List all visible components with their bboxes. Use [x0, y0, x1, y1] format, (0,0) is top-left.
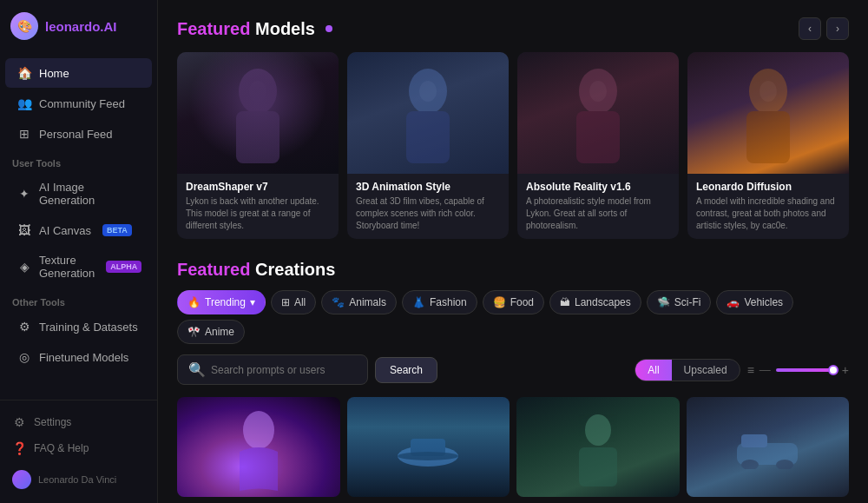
svg-point-0 — [239, 69, 277, 114]
settings-label: Settings — [34, 416, 71, 428]
creation-card-1[interactable] — [177, 397, 340, 497]
sidebar-item-ai-canvas[interactable]: 🖼 AI Canvas BETA — [5, 215, 152, 245]
sidebar-item-faq[interactable]: ❓ FAQ & Help — [12, 435, 145, 461]
model-info-absolutereality: Absolute Reality v1.6 A photorealistic s… — [517, 174, 679, 239]
ai-canvas-icon: 🖼 — [17, 223, 31, 237]
model-img-absolutereality — [517, 52, 679, 174]
divider: — — [760, 363, 771, 376]
svg-rect-10 — [746, 111, 790, 163]
filter-food[interactable]: 🍔 Food — [483, 290, 544, 314]
filter-anime[interactable]: 🎌 Anime — [177, 320, 245, 344]
all-icon: ⊞ — [281, 296, 290, 308]
slider-thumb — [828, 365, 838, 375]
model-name-3danimation: 3D Animation Style — [356, 181, 500, 193]
main-content: Featured Models ‹ › DreamShaper v7 Lykon… — [158, 0, 868, 503]
filter-trending[interactable]: 🔥 Trending ▾ — [177, 290, 266, 314]
ai-image-gen-label: AI Image Generation — [39, 181, 140, 207]
toggle-all[interactable]: All — [635, 360, 671, 381]
faq-label: FAQ & Help — [34, 442, 89, 454]
model-name-dreamshaper: DreamShaper v7 — [186, 181, 330, 193]
sidebar-item-settings[interactable]: ⚙ Settings — [12, 409, 145, 435]
model-img-dreamshaper — [177, 52, 339, 174]
creation-card-2[interactable] — [347, 397, 510, 497]
trending-chevron: ▾ — [250, 296, 255, 308]
filter-fashion[interactable]: 👗 Fashion — [402, 290, 477, 314]
sidebar-bottom: ⚙ Settings ❓ FAQ & Help Leonardo Da Vinc… — [0, 400, 157, 503]
sidebar-item-personal-feed[interactable]: ⊞ Personal Feed — [5, 119, 152, 149]
model-card-absolutereality[interactable]: Absolute Reality v1.6 A photorealistic s… — [517, 52, 679, 239]
svg-point-8 — [589, 81, 607, 102]
search-input[interactable] — [211, 364, 357, 376]
svg-point-16 — [585, 414, 611, 446]
ai-canvas-label: AI Canvas — [39, 224, 91, 237]
model-card-dreamshaper[interactable]: DreamShaper v7 Lykon is back with anothe… — [177, 52, 339, 239]
svg-point-12 — [243, 411, 274, 449]
creation-card-4[interactable] — [687, 397, 850, 497]
svg-point-2 — [249, 81, 266, 102]
featured-creations-title: Featured Creations — [177, 260, 335, 280]
next-arrow[interactable]: › — [826, 17, 849, 40]
sidebar-item-ai-image-gen[interactable]: ✦ AI Image Generation — [5, 173, 152, 215]
filter-animals[interactable]: 🐾 Animals — [321, 290, 397, 314]
svg-rect-21 — [741, 434, 767, 447]
user-name: Leonardo Da Vinci — [38, 474, 116, 485]
svg-rect-7 — [576, 111, 620, 163]
trending-icon: 🔥 — [187, 296, 201, 308]
logo-area: 🎨 leonardo.AI — [0, 0, 157, 52]
sidebar-item-training[interactable]: ⚙ Training & Datasets — [5, 312, 152, 341]
prev-arrow[interactable]: ‹ — [799, 17, 821, 40]
model-info-dreamshaper: DreamShaper v7 Lykon is back with anothe… — [177, 174, 339, 239]
sidebar-item-finetuned[interactable]: ◎ Finetuned Models — [5, 342, 152, 372]
community-icon: 👥 — [17, 96, 31, 110]
other-tools-section-label: Other Tools — [0, 288, 157, 311]
filter-all[interactable]: ⊞ All — [271, 290, 316, 314]
featured-models-header: Featured Models ‹ › — [177, 17, 849, 40]
texture-gen-badge: ALPHA — [106, 261, 141, 273]
creation-img-4 — [687, 397, 850, 497]
section-dot — [326, 25, 332, 32]
sidebar-item-texture-gen[interactable]: ◈ Texture Generation ALPHA — [5, 246, 152, 288]
filter-landscapes[interactable]: 🏔 Landscapes — [549, 290, 641, 314]
anime-icon: 🎌 — [187, 326, 201, 338]
svg-point-15 — [398, 452, 458, 460]
search-row: 🔍 Search All Upscaled ≡ — + — [177, 354, 849, 385]
creations-grid — [177, 397, 849, 497]
creation-card-3[interactable] — [516, 397, 680, 497]
sidebar-item-home[interactable]: 🏠 Home — [5, 58, 152, 88]
model-card-leonardodiffusion[interactable]: Leonardo Diffusion A model with incredib… — [687, 52, 849, 239]
vehicles-icon: 🚗 — [727, 296, 740, 308]
model-desc-3danimation: Great at 3D film vibes, capable of compl… — [356, 195, 500, 232]
model-card-3danimation[interactable]: 3D Animation Style Great at 3D film vibe… — [347, 52, 509, 239]
model-desc-dreamshaper: Lykon is back with another update. This … — [186, 195, 330, 232]
logo-text: leonardo.AI — [45, 19, 117, 34]
search-button[interactable]: Search — [375, 357, 437, 383]
faq-icon: ❓ — [12, 441, 26, 455]
svg-point-11 — [760, 81, 777, 102]
training-icon: ⚙ — [17, 320, 31, 334]
sidebar-nav: 🏠 Home 👥 Community Feed ⊞ Personal Feed … — [0, 52, 157, 400]
search-input-wrap[interactable]: 🔍 — [177, 354, 368, 385]
filter-vehicles[interactable]: 🚗 Vehicles — [716, 290, 793, 314]
landscapes-icon: 🏔 — [560, 296, 570, 308]
finetuned-label: Finetuned Models — [39, 351, 128, 364]
settings-icon: ⚙ — [12, 415, 26, 429]
personal-icon: ⊞ — [17, 127, 31, 141]
size-large-icon: + — [842, 363, 849, 377]
svg-point-5 — [419, 81, 437, 102]
size-slider[interactable] — [776, 368, 837, 372]
user-row: Leonardo Da Vinci — [12, 465, 145, 494]
avatar — [12, 470, 31, 489]
size-small-icon: ≡ — [747, 363, 754, 377]
creation-img-2 — [347, 397, 510, 497]
filter-scifi[interactable]: 🛸 Sci-Fi — [647, 290, 712, 314]
featured-creations-header: Featured Creations — [177, 260, 849, 280]
sidebar-home-label: Home — [39, 67, 69, 80]
toggle-upscaled[interactable]: Upscaled — [672, 360, 740, 381]
all-upscaled-toggle: All Upscaled — [635, 359, 740, 381]
sidebar-item-community-feed[interactable]: 👥 Community Feed — [5, 89, 152, 118]
finetuned-icon: ◎ — [17, 350, 31, 364]
sidebar-community-label: Community Feed — [39, 97, 125, 110]
models-grid: DreamShaper v7 Lykon is back with anothe… — [177, 52, 849, 239]
filter-bar: 🔥 Trending ▾ ⊞ All 🐾 Animals 👗 Fashion 🍔… — [177, 290, 849, 344]
user-tools-section-label: User Tools — [0, 149, 157, 172]
